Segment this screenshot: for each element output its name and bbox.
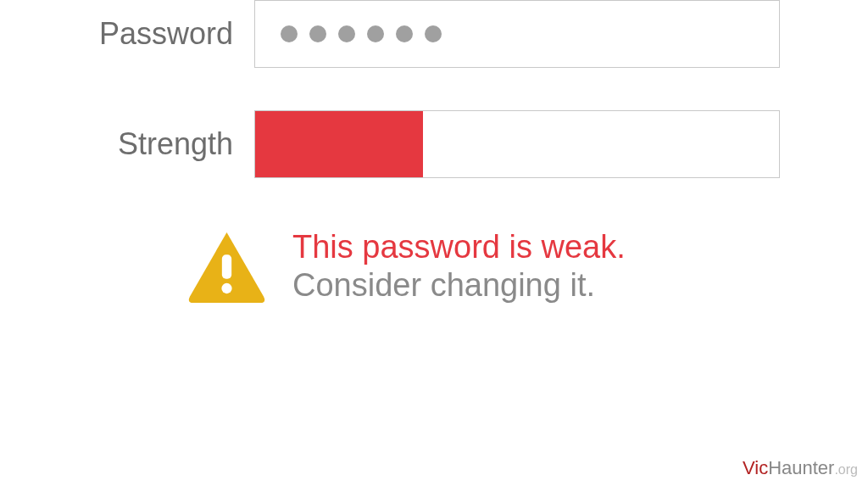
svg-rect-0 bbox=[222, 254, 231, 278]
watermark-tld: .org bbox=[834, 462, 858, 477]
watermark: VicHaunter.org bbox=[743, 457, 858, 479]
warning-section: This password is weak. Consider changing… bbox=[186, 229, 868, 304]
warning-primary-text: This password is weak. bbox=[292, 229, 626, 265]
strength-fill bbox=[255, 111, 423, 177]
warning-text: This password is weak. Consider changing… bbox=[292, 229, 626, 304]
watermark-name: Haunter bbox=[768, 457, 834, 478]
password-dot bbox=[281, 25, 298, 42]
svg-point-1 bbox=[221, 282, 231, 293]
strength-row: Strength bbox=[0, 110, 868, 178]
password-row: Password bbox=[0, 0, 868, 68]
warning-triangle-icon bbox=[186, 231, 267, 303]
password-label: Password bbox=[0, 16, 254, 52]
strength-label: Strength bbox=[0, 126, 254, 162]
password-input[interactable] bbox=[254, 0, 780, 68]
password-dot bbox=[396, 25, 413, 42]
password-dot bbox=[309, 25, 326, 42]
strength-meter bbox=[254, 110, 780, 178]
password-dot bbox=[367, 25, 384, 42]
warning-secondary-text: Consider changing it. bbox=[292, 267, 626, 304]
password-dot bbox=[425, 25, 442, 42]
password-dot bbox=[338, 25, 355, 42]
watermark-brand: Vic bbox=[743, 457, 768, 478]
